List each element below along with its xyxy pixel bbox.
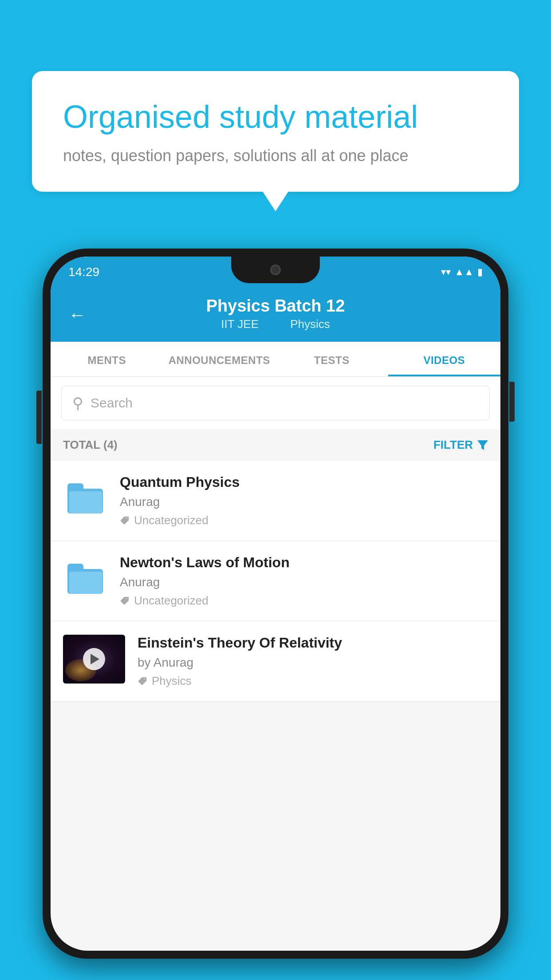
play-icon [91,654,99,664]
filter-icon [477,440,488,450]
app-bar: ← Physics Batch 12 IIT JEE Physics [51,288,500,342]
video-author: by Anurag [138,656,488,670]
subtitle-part2: Physics [290,317,330,331]
search-icon: ⚲ [72,394,83,412]
list-item[interactable]: Einstein's Theory Of Relativity by Anura… [51,621,500,702]
folder-icon-container [63,474,107,523]
tag-icon [120,516,130,526]
video-list: Quantum Physics Anurag Uncategorized [51,461,500,702]
video-item-info: Newton's Laws of Motion Anurag Uncategor… [120,554,488,608]
tab-videos[interactable]: VIDEOS [388,342,501,376]
video-item-info: Quantum Physics Anurag Uncategorized [120,474,488,527]
tag-icon [120,596,130,606]
video-tag: Uncategorized [120,594,488,608]
front-camera [270,265,281,275]
phone-notch [231,257,320,283]
app-bar-title: Physics Batch 12 [206,296,345,316]
status-time: 14:29 [68,265,99,279]
back-button[interactable]: ← [68,305,86,325]
video-thumbnail [63,635,125,684]
phone-screen: 14:29 ▾▾ ▲▲ ▮ ← Physics Batch 12 IIT JEE… [51,257,500,951]
speech-bubble-title: Organised study material [63,98,488,136]
search-bar[interactable]: ⚲ Search [61,386,490,420]
filter-button[interactable]: FILTER [433,438,488,452]
battery-icon: ▮ [477,266,483,278]
speech-bubble-subtitle: notes, question papers, solutions all at… [63,146,488,165]
video-title: Quantum Physics [120,474,488,490]
video-title: Einstein's Theory Of Relativity [138,635,488,651]
folder-icon-container [63,554,107,603]
signal-icon: ▲▲ [454,266,474,278]
speech-bubble: Organised study material notes, question… [32,71,519,192]
tabs-bar: MENTS ANNOUNCEMENTS TESTS VIDEOS [51,342,500,377]
speech-bubble-container: Organised study material notes, question… [32,71,519,192]
tab-ments[interactable]: MENTS [51,342,163,376]
video-author: Anurag [120,495,488,509]
video-author: Anurag [120,575,488,589]
search-placeholder: Search [91,395,133,411]
folder-icon [67,564,103,594]
filter-bar: TOTAL (4) FILTER [51,429,500,461]
video-title: Newton's Laws of Motion [120,554,488,571]
search-bar-container: ⚲ Search [51,377,500,429]
tab-announcements[interactable]: ANNOUNCEMENTS [163,342,276,376]
video-tag: Physics [138,674,488,688]
folder-icon [67,483,103,514]
phone-outer: 14:29 ▾▾ ▲▲ ▮ ← Physics Batch 12 IIT JEE… [43,249,508,959]
video-tag: Uncategorized [120,514,488,527]
svg-marker-0 [477,440,488,450]
app-bar-subtitle: IIT JEE Physics [214,317,337,331]
tag-icon [138,676,147,686]
play-button-overlay[interactable] [83,648,105,670]
background: Organised study material notes, question… [0,0,551,980]
phone-mockup: 14:29 ▾▾ ▲▲ ▮ ← Physics Batch 12 IIT JEE… [43,249,508,959]
list-item[interactable]: Newton's Laws of Motion Anurag Uncategor… [51,541,500,621]
subtitle-part1: IIT JEE [221,317,259,331]
wifi-icon: ▾▾ [441,266,451,278]
video-item-info: Einstein's Theory Of Relativity by Anura… [138,635,488,688]
total-count-label: TOTAL (4) [63,438,118,452]
tab-tests[interactable]: TESTS [276,342,388,376]
status-icons: ▾▾ ▲▲ ▮ [441,266,483,278]
list-item[interactable]: Quantum Physics Anurag Uncategorized [51,461,500,541]
